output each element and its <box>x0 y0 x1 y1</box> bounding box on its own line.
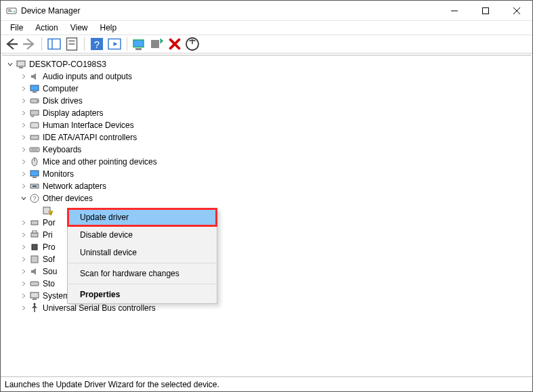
computer-icon <box>16 59 26 70</box>
action-button[interactable] <box>106 37 123 51</box>
chevron-right-icon[interactable] <box>20 170 28 178</box>
ctx-disable-device[interactable]: Disable device <box>68 226 217 244</box>
maximize-button[interactable] <box>470 1 501 21</box>
chevron-down-icon[interactable] <box>6 60 14 68</box>
svg-rect-18 <box>151 40 159 48</box>
chevron-down-icon[interactable] <box>20 194 28 202</box>
svg-rect-22 <box>30 85 39 91</box>
status-text: Launches the Update Driver Wizard for th… <box>5 380 219 389</box>
ctx-separator <box>68 284 216 284</box>
app-icon <box>6 5 17 16</box>
svg-rect-20 <box>17 61 25 66</box>
svg-rect-1 <box>8 9 11 10</box>
show-hide-tree-button[interactable] <box>46 37 62 51</box>
chevron-right-icon[interactable] <box>20 109 28 117</box>
svg-rect-48 <box>30 282 39 286</box>
svg-rect-16 <box>133 40 144 47</box>
svg-rect-5 <box>483 7 489 14</box>
svg-rect-28 <box>30 123 39 128</box>
processor-icon <box>29 242 40 253</box>
svg-rect-17 <box>135 48 142 50</box>
ide-icon <box>29 132 40 143</box>
keyboard-icon <box>29 144 40 155</box>
help-button[interactable]: ? <box>89 37 105 51</box>
chevron-right-icon[interactable] <box>20 219 28 227</box>
chevron-right-icon[interactable] <box>20 255 28 263</box>
chevron-right-icon[interactable] <box>20 267 28 276</box>
svg-rect-47 <box>31 256 38 263</box>
chevron-right-icon[interactable] <box>20 72 28 81</box>
chevron-right-icon[interactable] <box>20 158 28 166</box>
menu-help[interactable]: Help <box>95 22 123 34</box>
properties-button[interactable] <box>64 37 80 51</box>
tree-root[interactable]: DESKTOP-CO198S3 <box>3 58 530 70</box>
system-icon <box>29 290 40 301</box>
chevron-right-icon[interactable] <box>20 146 28 154</box>
tree-category-display[interactable]: Display adapters <box>3 107 530 119</box>
svg-rect-29 <box>30 135 39 139</box>
software-icon <box>29 254 40 265</box>
svg-rect-43 <box>31 221 38 225</box>
svg-rect-38 <box>33 186 37 187</box>
chevron-right-icon[interactable] <box>20 292 28 300</box>
tree-category-audio[interactable]: Audio inputs and outputs <box>3 70 530 83</box>
tree-category-keyboard[interactable]: Keyboards <box>3 144 530 156</box>
chevron-right-icon[interactable] <box>20 133 28 141</box>
tree-category-other[interactable]: ? Other devices <box>3 192 530 204</box>
svg-rect-50 <box>33 299 37 300</box>
root-label: DESKTOP-CO198S3 <box>29 58 106 70</box>
svg-point-3 <box>14 11 15 12</box>
svg-rect-2 <box>8 11 12 12</box>
add-legacy-button[interactable] <box>149 37 165 51</box>
hid-icon <box>29 120 40 131</box>
speaker-icon <box>29 71 40 82</box>
svg-rect-45 <box>33 231 37 233</box>
svg-point-51 <box>34 303 36 305</box>
tree-category-hid[interactable]: Human Interface Devices <box>3 119 530 131</box>
chevron-right-icon[interactable] <box>20 243 28 251</box>
chevron-right-icon[interactable] <box>20 121 28 129</box>
back-button[interactable] <box>3 37 20 51</box>
tree-category-network[interactable]: Network adapters <box>3 180 530 192</box>
network-icon <box>29 181 40 192</box>
menu-file[interactable]: File <box>5 22 28 34</box>
svg-rect-23 <box>33 91 37 93</box>
chevron-right-icon[interactable] <box>20 85 28 93</box>
update-driver-button[interactable] <box>184 37 200 51</box>
svg-rect-46 <box>32 244 37 250</box>
chevron-right-icon[interactable] <box>20 231 28 239</box>
svg-rect-41 <box>43 207 50 214</box>
menu-view[interactable]: View <box>65 22 93 34</box>
port-icon <box>29 217 40 228</box>
svg-rect-8 <box>48 39 60 49</box>
svg-rect-36 <box>33 177 37 178</box>
minimize-button[interactable] <box>439 1 470 21</box>
tree-category-monitors[interactable]: Monitors <box>3 168 530 180</box>
disk-icon <box>29 95 40 106</box>
tree-category-mice[interactable]: Mice and other pointing devices <box>3 156 530 168</box>
svg-rect-27 <box>31 116 34 117</box>
svg-rect-44 <box>31 233 38 237</box>
display-adapter-icon <box>29 108 40 118</box>
ctx-properties[interactable]: Properties <box>68 286 217 303</box>
close-button[interactable] <box>501 1 532 21</box>
ctx-scan-hardware[interactable]: Scan for hardware changes <box>68 265 217 282</box>
storage-icon <box>29 278 40 289</box>
tree-category-disk[interactable]: Disk drives <box>3 95 530 107</box>
ctx-update-driver[interactable]: Update driver <box>68 209 217 226</box>
svg-rect-26 <box>30 110 39 115</box>
chevron-right-icon[interactable] <box>20 304 28 312</box>
chevron-right-icon[interactable] <box>20 182 28 190</box>
menu-action[interactable]: Action <box>30 22 63 34</box>
svg-rect-49 <box>30 292 39 298</box>
chevron-right-icon[interactable] <box>20 280 28 288</box>
uninstall-button[interactable] <box>167 37 183 51</box>
tree-category-ide[interactable]: IDE ATA/ATAPI controllers <box>3 131 530 144</box>
ctx-uninstall-device[interactable]: Uninstall device <box>68 244 217 261</box>
forward-button[interactable] <box>21 37 37 51</box>
status-bar: Launches the Update Driver Wizard for th… <box>1 376 532 391</box>
tree-category-computer[interactable]: Computer <box>3 83 530 95</box>
context-menu: Update driver Disable device Uninstall d… <box>67 208 217 304</box>
chevron-right-icon[interactable] <box>20 97 28 105</box>
scan-hardware-button[interactable] <box>131 37 148 51</box>
